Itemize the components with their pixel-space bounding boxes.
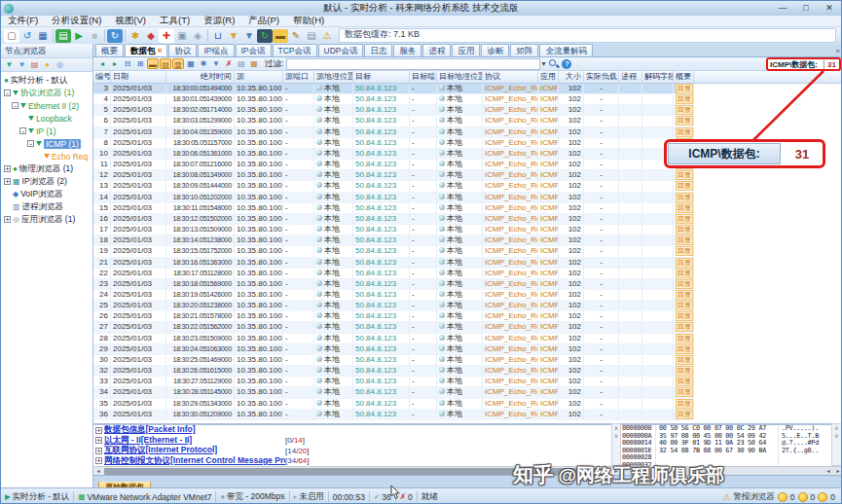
packet-row-4[interactable]: 42025/01/0318:30:01.05143900010.35.80.10… <box>93 94 694 105</box>
summary-tag[interactable]: 回显 <box>676 170 693 180</box>
packet-row-27[interactable]: 272025/01/0318:30:22.05156200010.35.80.1… <box>93 322 694 333</box>
alarm-browser-label[interactable]: 警报浏览器 <box>733 491 775 503</box>
summary-tag[interactable]: 回显 <box>676 334 693 343</box>
summary-tag[interactable]: 回显 <box>676 94 693 104</box>
packet-row-33[interactable]: 332025/01/0318:30:27.05112900010.35.80.1… <box>93 377 694 387</box>
summary-tag[interactable]: 回显 <box>676 311 693 321</box>
summary-tag[interactable]: 回显 <box>676 377 693 386</box>
minimize-button[interactable]: — <box>771 2 794 15</box>
tree-echo-req[interactable]: Echo Req <box>1 150 92 162</box>
tree-loopback[interactable]: Loopback <box>1 112 92 125</box>
hex-scroll-right-icon[interactable]: ▸ <box>833 467 842 475</box>
summary-tag[interactable]: 回显 <box>676 290 693 300</box>
protocol-funnel-icon[interactable]: ▼ <box>4 59 15 70</box>
tab-protocol[interactable]: 协议 <box>168 44 197 56</box>
summary-tag[interactable]: 回显 <box>676 214 693 224</box>
view-split-icon[interactable]: ▬ <box>147 58 159 69</box>
packet-row-28[interactable]: 282025/01/0318:30:23.05150900010.35.80.1… <box>93 334 694 344</box>
packet-row-12[interactable]: 122025/01/0318:30:08.05134900010.35.80.1… <box>93 170 694 181</box>
tab-packets[interactable]: 数据包× <box>125 44 167 56</box>
packet-row-7[interactable]: 72025/01/0318:30:04.05135900010.35.80.10… <box>93 127 694 138</box>
column-header-dst[interactable]: 目标 <box>353 71 410 83</box>
column-header-summary[interactable]: 概要 <box>674 71 694 83</box>
close-button[interactable]: ✕ <box>818 2 841 15</box>
edit-pen-icon[interactable]: ✎ <box>288 29 304 43</box>
filter-save-icon[interactable]: ▼ <box>241 29 257 43</box>
tree-realtime-analysis[interactable]: ●实时分析 - 默认 <box>1 74 92 87</box>
tab-ip-conversation[interactable]: IP会话 <box>236 44 272 56</box>
summary-tag[interactable]: 回显 <box>676 203 693 213</box>
packet-row-25[interactable]: 252025/01/0318:30:20.05123800010.35.80.1… <box>93 301 694 311</box>
menu-item-0[interactable]: 文件(F) <box>1 15 45 27</box>
packet-filter-icon[interactable]: ▼ <box>210 58 222 69</box>
filter-dropdown-icon[interactable]: ▾ <box>541 59 545 68</box>
tab-ip-endpoint[interactable]: IP端点 <box>198 44 234 56</box>
column-header-payload[interactable]: 实际负载 <box>584 71 619 83</box>
hex-scroll-left-icon[interactable]: ◂ <box>824 467 833 475</box>
menu-item-1[interactable]: 分析设置(N) <box>45 15 108 27</box>
menu-item-6[interactable]: 帮助(H) <box>286 15 331 27</box>
summary-tag[interactable]: 回显 <box>676 387 693 397</box>
tab-matrix[interactable]: 矩阵 <box>510 44 538 56</box>
search-icon[interactable] <box>549 59 559 69</box>
collapse-icon[interactable]: - <box>27 140 34 147</box>
packet-row-34[interactable]: 342025/01/0318:30:28.05114500010.35.80.1… <box>93 387 694 398</box>
menu-item-4[interactable]: 资源(R) <box>197 15 241 27</box>
menu-item-5[interactable]: 产品(P) <box>241 15 286 27</box>
packet-row-22[interactable]: 222025/01/0318:30:17.05112800010.35.80.1… <box>93 269 694 279</box>
summary-tag[interactable]: 回显 <box>676 366 693 376</box>
packet-row-29[interactable]: 292025/01/0318:30:24.05106300010.35.80.1… <box>93 344 694 355</box>
name-table-icon[interactable]: ▤ <box>29 59 40 70</box>
locate-icon[interactable]: ◎ <box>55 59 65 70</box>
summary-tag[interactable]: 回显 <box>676 105 693 115</box>
summary-tag[interactable]: 回显 <box>676 116 693 126</box>
packet-row-19[interactable]: 192025/01/0318:30:15.05175200010.35.80.1… <box>93 246 694 257</box>
collapse-icon[interactable]: - <box>12 102 18 109</box>
packet-row-18[interactable]: 182025/01/0318:30:14.05123800010.35.80.1… <box>93 235 694 246</box>
summary-tag[interactable]: 回显 <box>676 399 693 409</box>
hex-row[interactable]: 0000001E32 54 08 7B 08 00 67 30 90 BA2T.… <box>621 448 831 455</box>
summary-tag[interactable]: 回显 <box>676 235 693 245</box>
node-group-icon[interactable]: ◆ <box>143 29 159 43</box>
save-icon[interactable]: ▦ <box>35 29 51 43</box>
packet-display-icon[interactable]: ▣ <box>174 29 190 43</box>
collapse-icon[interactable]: - <box>19 127 26 134</box>
column-header-time[interactable]: 绝对时间 <box>166 71 235 83</box>
tree-process-explorer[interactable]: ▥进程浏览器 <box>1 200 92 213</box>
expand-all-icon[interactable]: ⊞ <box>134 58 146 69</box>
start-capture-icon[interactable]: ▶ <box>71 29 87 43</box>
summary-tag[interactable]: 回显 <box>676 322 693 332</box>
menu-item-3[interactable]: 工具(T) <box>153 15 197 27</box>
summary-tag[interactable]: 回显 <box>676 301 693 310</box>
close-tab-icon[interactable]: × <box>158 46 163 55</box>
summary-tag[interactable]: 回显 <box>676 127 693 137</box>
replay-icon[interactable]: ↻ <box>107 29 123 43</box>
prev-packet-icon[interactable]: ◂ <box>96 58 108 69</box>
filter-input[interactable] <box>286 58 540 70</box>
tab-scroll-icon[interactable]: » <box>836 47 840 55</box>
packet-row-36[interactable]: 362025/01/0318:30:30.05120900010.35.80.1… <box>93 410 694 420</box>
tree-ip[interactable]: -IP (1) <box>1 125 92 137</box>
column-header-proto[interactable]: 协议 <box>483 71 538 83</box>
packet-row-15[interactable]: 152025/01/0318:30:11.05154800010.35.80.1… <box>93 203 694 214</box>
expand-icon[interactable]: + <box>95 427 102 434</box>
tree-icmp[interactable]: -ICMP (1) <box>1 137 92 150</box>
packet-row-10[interactable]: 102025/01/0318:30:06.05136100010.35.80.1… <box>93 149 694 160</box>
tab-full-decode[interactable]: 全流量解码 <box>539 44 593 56</box>
expand-icon[interactable]: + <box>4 216 11 223</box>
stop-capture-icon[interactable]: ■ <box>87 29 102 43</box>
tree-ethernet2[interactable]: -Ethernet II (2) <box>1 99 92 112</box>
decode-scrollbar[interactable]: ∧∨ <box>611 423 621 466</box>
help-icon[interactable]: ? <box>562 59 571 69</box>
packet-row-23[interactable]: 232025/01/0318:30:18.05156900010.35.80.1… <box>93 279 694 290</box>
tree-protocol-explorer[interactable]: -协议浏览器 (1) <box>1 87 92 99</box>
column-header-date[interactable]: 日期 <box>111 71 166 83</box>
packet-row-6[interactable]: 62025/01/0318:30:03.05129900010.35.80.10… <box>93 116 694 126</box>
packet-row-17[interactable]: 172025/01/0318:30:13.05150900010.35.80.1… <box>93 225 694 235</box>
expand-icon[interactable]: + <box>95 437 102 444</box>
filter-dock-icon[interactable]: ⊔ <box>210 29 226 43</box>
expand-icon[interactable]: + <box>95 448 102 454</box>
maximize-button[interactable]: □ <box>794 2 818 15</box>
summary-tag[interactable]: 回显 <box>676 269 693 278</box>
adapter-icon[interactable]: ▤ <box>55 29 71 43</box>
